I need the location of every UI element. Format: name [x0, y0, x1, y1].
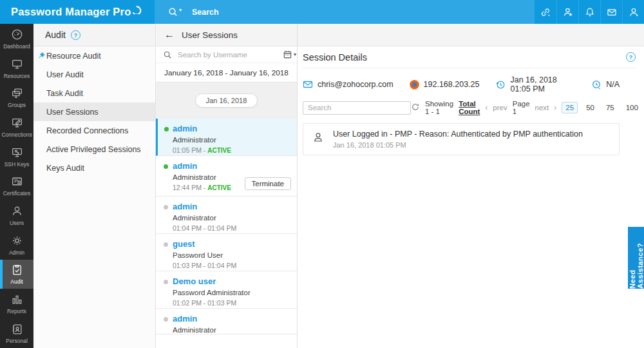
- sidebar-item-dashboard[interactable]: Dashboard: [0, 24, 33, 53]
- search-icon: [163, 50, 172, 59]
- sidebar-item-label: Connections: [1, 131, 32, 138]
- session-username-link[interactable]: admin: [173, 202, 289, 212]
- page-size-25[interactable]: 25: [562, 102, 578, 113]
- session-time: 01:04 PM - 01:04 PM: [173, 224, 289, 232]
- menu-item-keys-audit[interactable]: Keys Audit: [33, 159, 155, 177]
- sidebar-item-connections[interactable]: Connections: [0, 112, 33, 142]
- need-assistance-tab[interactable]: Need Assistance?: [628, 227, 644, 289]
- date-group-band: Jan 16, 2018: [156, 82, 297, 119]
- menu-item-task-audit[interactable]: Task Audit: [33, 84, 155, 102]
- back-arrow-icon[interactable]: ←: [164, 30, 175, 40]
- menu-item-label: Resource Audit: [46, 52, 101, 61]
- session-time: 01:02 PM - 01:03 PM: [173, 299, 289, 307]
- header-icon-group: [535, 0, 644, 24]
- stopwatch-icon: [591, 79, 601, 90]
- search-icon[interactable]: [167, 6, 178, 17]
- mail-icon: [303, 79, 313, 90]
- logo-swoosh-icon: [132, 5, 142, 14]
- help-icon[interactable]: ?: [626, 52, 636, 62]
- sidebar-item-audit[interactable]: Audit: [0, 260, 33, 289]
- menu-item-label: Active Privileged Sessions: [46, 145, 141, 154]
- log-search-input[interactable]: [303, 101, 411, 115]
- session-role: Password User: [173, 251, 289, 259]
- mail-icon[interactable]: [600, 0, 622, 24]
- session-entry[interactable]: admin Administrator 01:04 PM - 01:04 PM: [156, 197, 297, 234]
- session-entry[interactable]: admin Administrator: [156, 309, 297, 334]
- search-scope-caret-icon[interactable]: ▾: [179, 7, 182, 13]
- details-title: Session Details: [303, 52, 367, 63]
- next-button[interactable]: next: [535, 104, 549, 111]
- menu-item-label: Task Audit: [46, 89, 83, 98]
- session-time: 01:05 PM - ACTIVE: [173, 146, 289, 154]
- showing-label: Showing 1 - 1: [425, 100, 453, 115]
- session-entry[interactable]: admin Administrator 01:05 PM - ACTIVE: [156, 119, 297, 156]
- menu-item-user-sessions[interactable]: User Sessions: [33, 102, 155, 121]
- refresh-icon[interactable]: [411, 102, 420, 113]
- offline-status-dot: [164, 242, 168, 247]
- active-badge: ACTIVE: [207, 147, 231, 154]
- password-manager-pro-app: Password Manager Pro ▾: [0, 0, 644, 348]
- quick-connect-icon[interactable]: [535, 0, 556, 24]
- terminate-button[interactable]: Terminate: [245, 177, 292, 190]
- date-range-label: January 16, 2018 - January 16, 2018: [156, 63, 297, 82]
- chevron-left-icon: ‹: [485, 103, 488, 112]
- page-size-75[interactable]: 75: [603, 102, 618, 113]
- notifications-bell-icon[interactable]: [578, 0, 600, 24]
- log-message: User Logged in - PMP - Reason: Authentic…: [333, 130, 583, 139]
- certificate-card-icon: [10, 175, 24, 188]
- global-search-bar: ▾: [155, 0, 535, 24]
- sidebar-item-reports[interactable]: Reports: [0, 289, 33, 318]
- sidebar-item-label: Personal: [6, 338, 28, 344]
- primary-sidebar: Dashboard Resources Groups Connections S…: [0, 24, 33, 348]
- calendar-icon: [283, 50, 292, 59]
- session-details-panel: Session Details ? chris@zohocorp.com 192…: [298, 24, 644, 348]
- global-search-input[interactable]: [192, 8, 385, 17]
- session-search-row: ▾: [156, 46, 297, 63]
- session-entry[interactable]: Demo user Password Administrator 01:02 P…: [156, 271, 297, 309]
- prev-button[interactable]: prev: [493, 104, 507, 111]
- menu-item-recorded-connections[interactable]: Recorded Connections: [33, 121, 155, 140]
- admin-user-star-icon[interactable]: [556, 0, 578, 24]
- session-entry[interactable]: guest Password User 01:03 PM - 01:04 PM: [156, 234, 297, 271]
- email-value: chris@zohocorp.com: [317, 80, 393, 89]
- page-indicator: Page 1: [513, 100, 530, 115]
- sidebar-item-label: SSH Keys: [5, 161, 30, 168]
- session-username-link[interactable]: admin: [173, 124, 289, 134]
- offline-status-dot: [164, 280, 168, 284]
- sidebar-item-label: Groups: [8, 102, 26, 108]
- top-header: Password Manager Pro ▾: [0, 0, 644, 24]
- sidebar-item-groups[interactable]: Groups: [0, 82, 33, 112]
- sidebar-item-admin[interactable]: Admin: [0, 230, 33, 260]
- sidebar-item-personal[interactable]: Personal: [0, 318, 33, 348]
- sidebar-item-label: Certificates: [3, 190, 31, 197]
- session-log-entry: User Logged in - PMP - Reason: Authentic…: [303, 123, 620, 155]
- total-count-link[interactable]: Total Count: [459, 100, 480, 115]
- date-filter-button[interactable]: ▾: [283, 50, 296, 59]
- user-icon: [10, 204, 24, 218]
- session-username-link[interactable]: guest: [173, 239, 289, 249]
- page-size-100[interactable]: 100: [623, 102, 641, 113]
- menu-item-resource-audit[interactable]: Resource Audit: [33, 46, 155, 65]
- menu-item-label: Recorded Connections: [46, 126, 128, 135]
- user-sessions-title: User Sessions: [182, 30, 238, 40]
- menu-item-user-audit[interactable]: User Audit: [33, 65, 155, 84]
- session-time: 01:03 PM - 01:04 PM: [173, 262, 289, 269]
- page-size-50[interactable]: 50: [583, 102, 598, 113]
- help-icon[interactable]: ?: [71, 30, 80, 40]
- sidebar-item-users[interactable]: Users: [0, 200, 33, 230]
- session-entry[interactable]: admin Administrator 12:44 PM - ACTIVE Te…: [156, 156, 297, 197]
- session-username-link[interactable]: admin: [173, 314, 289, 324]
- sidebar-item-ssh-keys[interactable]: SSH Keys: [0, 142, 33, 171]
- username-search-input[interactable]: [178, 51, 277, 59]
- sidebar-item-certificates[interactable]: Certificates: [0, 171, 33, 200]
- menu-item-active-privileged-sessions[interactable]: Active Privileged Sessions: [33, 140, 155, 159]
- sidebar-item-resources[interactable]: Resources: [0, 53, 33, 83]
- chevron-down-icon: ▾: [294, 52, 296, 57]
- sidebar-item-label: Audit: [10, 278, 23, 285]
- session-username-link[interactable]: Demo user: [173, 276, 289, 287]
- bar-chart-icon: [10, 293, 24, 306]
- session-username-link[interactable]: admin: [173, 161, 289, 171]
- profile-user-icon[interactable]: [622, 0, 644, 24]
- menu-item-label: Keys Audit: [46, 164, 84, 173]
- clipboard-check-icon: [10, 263, 24, 276]
